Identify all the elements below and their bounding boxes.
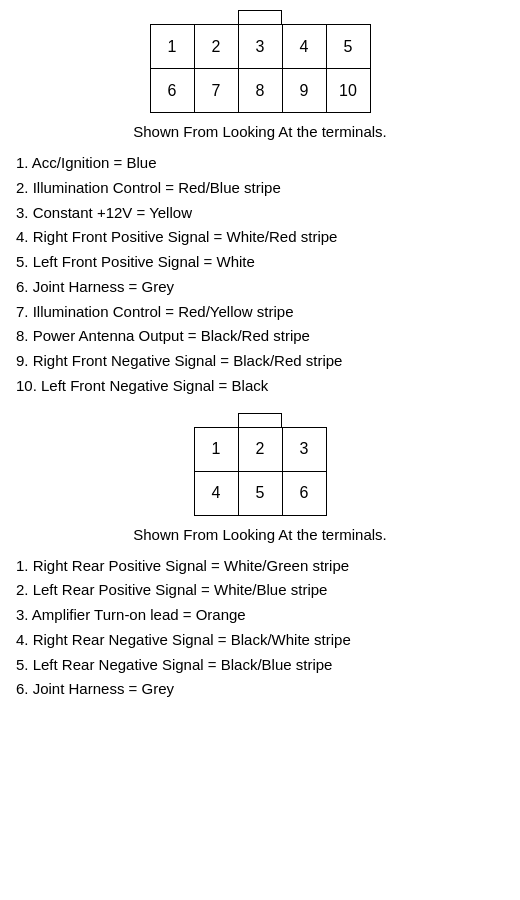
connector-top-1 <box>238 10 282 24</box>
table1-cell-r1-c3: 9 <box>282 69 326 113</box>
connector-top-2 <box>238 413 282 427</box>
connector-diagram-2: 123456 <box>10 413 510 516</box>
table2-cell-r1-c2: 6 <box>282 471 326 515</box>
pin-1-5: 5. Left Front Positive Signal = White <box>16 251 510 273</box>
table2-cell-r0-c2: 3 <box>282 427 326 471</box>
table1-cell-r0-c1: 2 <box>194 25 238 69</box>
table1-cell-r1-c1: 7 <box>194 69 238 113</box>
table1-cell-r0-c4: 5 <box>326 25 370 69</box>
pin-2-4: 4. Right Rear Negative Signal = Black/Wh… <box>16 629 510 651</box>
pin-1-3: 3. Constant +12V = Yellow <box>16 202 510 224</box>
table1-cell-r1-c4: 10 <box>326 69 370 113</box>
connector-table-1: 12345678910 <box>150 24 371 113</box>
table2-cell-r0-c0: 1 <box>194 427 238 471</box>
pin-list-2: 1. Right Rear Positive Signal = White/Gr… <box>16 555 510 701</box>
pin-1-6: 6. Joint Harness = Grey <box>16 276 510 298</box>
table1-cell-r0-c0: 1 <box>150 25 194 69</box>
table1-cell-r1-c2: 8 <box>238 69 282 113</box>
pin-1-9: 9. Right Front Negative Signal = Black/R… <box>16 350 510 372</box>
pin-2-2: 2. Left Rear Positive Signal = White/Blu… <box>16 579 510 601</box>
pin-1-4: 4. Right Front Positive Signal = White/R… <box>16 226 510 248</box>
pin-1-10: 10. Left Front Negative Signal = Black <box>16 375 510 397</box>
pin-2-6: 6. Joint Harness = Grey <box>16 678 510 700</box>
pin-2-5: 5. Left Rear Negative Signal = Black/Blu… <box>16 654 510 676</box>
pin-1-8: 8. Power Antenna Output = Black/Red stri… <box>16 325 510 347</box>
section-2: 123456 Shown From Looking At the termina… <box>10 413 510 701</box>
connector-table-2: 123456 <box>194 427 327 516</box>
caption-2: Shown From Looking At the terminals. <box>10 524 510 545</box>
table2-cell-r1-c1: 5 <box>238 471 282 515</box>
pin-list-1: 1. Acc/Ignition = Blue2. Illumination Co… <box>16 152 510 397</box>
pin-1-2: 2. Illumination Control = Red/Blue strip… <box>16 177 510 199</box>
connector-diagram-1: 12345678910 <box>10 10 510 113</box>
pin-2-3: 3. Amplifier Turn-on lead = Orange <box>16 604 510 626</box>
pin-1-1: 1. Acc/Ignition = Blue <box>16 152 510 174</box>
table2-cell-r0-c1: 2 <box>238 427 282 471</box>
section-1: 12345678910 Shown From Looking At the te… <box>10 10 510 397</box>
caption-1: Shown From Looking At the terminals. <box>10 121 510 142</box>
table1-cell-r0-c2: 3 <box>238 25 282 69</box>
table1-cell-r0-c3: 4 <box>282 25 326 69</box>
table1-cell-r1-c0: 6 <box>150 69 194 113</box>
table2-cell-r1-c0: 4 <box>194 471 238 515</box>
pin-2-1: 1. Right Rear Positive Signal = White/Gr… <box>16 555 510 577</box>
pin-1-7: 7. Illumination Control = Red/Yellow str… <box>16 301 510 323</box>
